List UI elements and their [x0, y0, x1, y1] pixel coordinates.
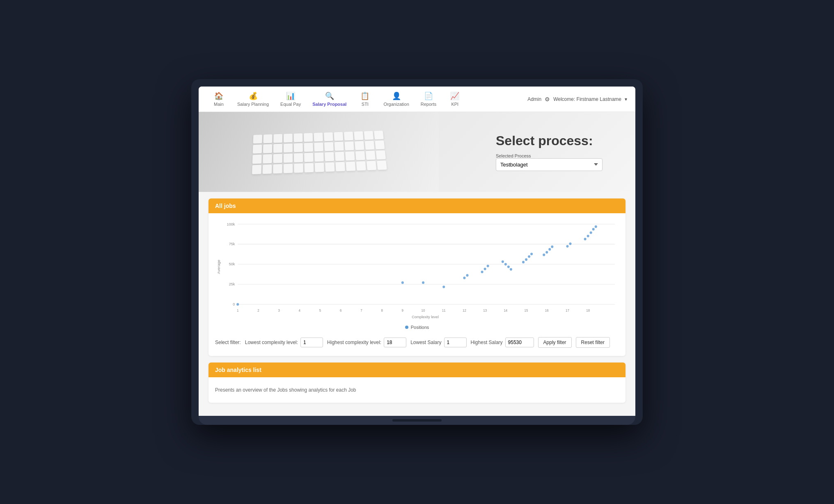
svg-text:11: 11: [442, 309, 446, 312]
svg-point-38: [481, 271, 483, 273]
svg-point-39: [504, 263, 507, 265]
svg-text:15: 15: [525, 309, 528, 312]
svg-point-46: [530, 253, 533, 255]
keyboard-visual: [243, 123, 396, 183]
keyboard-image: [199, 112, 439, 192]
svg-text:17: 17: [566, 309, 569, 312]
nav-item-organization[interactable]: 👤 Organization: [378, 89, 414, 109]
highest-complexity-input[interactable]: [384, 338, 406, 347]
all-jobs-section: All jobs 100k 75k 50: [208, 198, 626, 356]
nav-right: Admin ⚙ Welcome: Firstname Lastname ▾: [527, 96, 627, 103]
highest-salary-input[interactable]: [505, 338, 534, 347]
svg-point-43: [525, 258, 527, 261]
scatter-chart: 100k 75k 50k 25k 0 Average 1 2 3 4: [215, 220, 619, 322]
legend-label: Positions: [411, 325, 429, 330]
equal-pay-icon: 📊: [286, 91, 295, 100]
svg-text:75k: 75k: [229, 242, 235, 246]
nav-items: 🏠 Main 💰 Salary Planning 📊 Equal Pay 🔍 S…: [207, 89, 467, 109]
svg-point-42: [510, 268, 512, 271]
nav-item-kpi[interactable]: 📈 KPI: [443, 89, 467, 109]
svg-point-32: [422, 281, 424, 284]
salary-proposal-icon: 🔍: [325, 91, 334, 100]
svg-text:10: 10: [422, 309, 425, 312]
svg-point-34: [463, 277, 465, 279]
reports-icon: 📄: [424, 91, 433, 100]
all-jobs-header: All jobs: [208, 198, 626, 213]
nav-label-equal-pay: Equal Pay: [280, 102, 301, 107]
job-analytics-section: Job analytics list Presents an overview …: [208, 363, 626, 403]
svg-text:9: 9: [402, 309, 404, 312]
sti-icon: 📋: [360, 91, 369, 100]
svg-text:6: 6: [340, 309, 342, 312]
admin-label: Admin: [527, 96, 541, 102]
nav-label-reports: Reports: [421, 102, 437, 107]
job-analytics-header: Job analytics list: [208, 363, 626, 377]
chart-legend: Positions: [215, 325, 619, 330]
svg-point-54: [590, 231, 592, 234]
nav-label-sti: STI: [362, 102, 369, 107]
nav-label-salary-proposal: Salary Proposal: [312, 102, 346, 107]
svg-point-35: [466, 274, 468, 276]
svg-text:2: 2: [257, 309, 259, 312]
svg-text:25k: 25k: [229, 282, 235, 286]
svg-text:100k: 100k: [227, 222, 235, 226]
svg-text:16: 16: [545, 309, 549, 312]
organization-icon: 👤: [392, 91, 401, 100]
svg-point-55: [592, 228, 595, 230]
legend-dot: [405, 326, 408, 329]
nav-item-salary-proposal[interactable]: 🔍 Salary Proposal: [307, 89, 351, 109]
nav-item-reports[interactable]: 📄 Reports: [416, 89, 442, 109]
nav-label-organization: Organization: [383, 102, 409, 107]
nav-item-sti[interactable]: 📋 STI: [353, 89, 377, 109]
svg-point-33: [442, 285, 445, 288]
reset-filter-button[interactable]: Reset filter: [576, 337, 610, 348]
filter-bar: Select filter: Lowest complexity level: …: [215, 334, 619, 349]
hero-section: Select process: Selected Process Testbol…: [199, 112, 635, 192]
welcome-label: Welcome: Firstname Lastname: [553, 96, 621, 102]
svg-point-49: [543, 253, 545, 256]
svg-text:Average: Average: [217, 260, 221, 274]
laptop-notch: [392, 419, 442, 422]
svg-text:8: 8: [381, 309, 383, 312]
nav-label-main: Main: [214, 102, 224, 107]
svg-point-52: [569, 242, 572, 245]
apply-filter-button[interactable]: Apply filter: [538, 337, 572, 348]
nav-item-salary-planning[interactable]: 💰 Salary Planning: [232, 89, 274, 109]
select-filter-label: Select filter:: [215, 340, 241, 345]
gear-icon[interactable]: ⚙: [545, 96, 550, 103]
lowest-salary-label: Lowest Salary: [410, 340, 441, 345]
svg-text:0: 0: [233, 302, 235, 306]
top-nav: 🏠 Main 💰 Salary Planning 📊 Equal Pay 🔍 S…: [199, 87, 635, 112]
svg-text:4: 4: [299, 309, 301, 312]
svg-text:12: 12: [463, 309, 466, 312]
nav-item-equal-pay[interactable]: 📊 Equal Pay: [275, 89, 306, 109]
highest-complexity-group: Highest complexity level:: [327, 338, 406, 347]
process-select[interactable]: Testbolaget: [496, 158, 603, 171]
highest-complexity-label: Highest complexity level:: [327, 340, 381, 345]
svg-point-41: [502, 260, 504, 263]
lowest-salary-input[interactable]: [444, 338, 467, 347]
svg-point-47: [545, 251, 548, 253]
lowest-complexity-group: Lowest complexity level:: [245, 338, 323, 347]
laptop-base: [199, 416, 635, 425]
select-process-label: Selected Process: [496, 153, 603, 158]
svg-point-51: [566, 245, 568, 247]
salary-planning-icon: 💰: [249, 91, 258, 100]
job-analytics-subtext: Presents an overview of the Jobs showing…: [215, 384, 619, 396]
highest-salary-group: Highest Salary: [471, 338, 534, 347]
svg-text:1: 1: [237, 309, 239, 312]
svg-text:14: 14: [504, 309, 507, 312]
chart-svg: 100k 75k 50k 25k 0 Average 1 2 3 4: [215, 220, 619, 322]
svg-point-50: [551, 246, 553, 248]
svg-text:Complexity level: Complexity level: [412, 315, 439, 319]
svg-point-40: [507, 265, 510, 268]
chevron-down-icon[interactable]: ▾: [625, 96, 627, 102]
job-analytics-body: Presents an overview of the Jobs showing…: [208, 377, 626, 403]
lowest-complexity-input[interactable]: [300, 338, 323, 347]
svg-text:13: 13: [483, 309, 487, 312]
nav-item-main[interactable]: 🏠 Main: [207, 89, 231, 109]
svg-point-56: [584, 238, 587, 240]
all-jobs-body: 100k 75k 50k 25k 0 Average 1 2 3 4: [208, 213, 626, 356]
svg-point-45: [522, 261, 525, 263]
lowest-complexity-label: Lowest complexity level:: [245, 340, 298, 345]
